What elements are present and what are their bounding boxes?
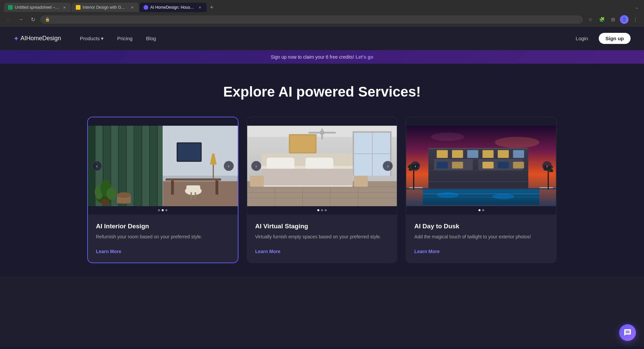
card-interior-design: ‹ › AI Interior Design Refurnish your ro… [87,117,238,263]
logo-icon: ✦ [13,35,19,43]
nav-blog[interactable]: Blog [141,33,161,44]
nav-pricing-label: Pricing [117,36,132,41]
svg-rect-69 [428,181,528,182]
dot-3 [165,209,167,211]
address-input[interactable]: aihomedesign.com [53,17,578,22]
carousel-dots-staging [317,209,327,211]
svg-rect-7 [135,126,142,206]
nav-products[interactable]: Products ▾ [74,33,109,44]
svg-rect-76 [498,150,509,158]
card-day-to-dusk: ‹ › AI Day to Dusk Add the magical touch… [406,117,557,263]
profile-avatar[interactable]: 👤 [620,15,629,24]
carousel-dots-interior [158,209,167,211]
learn-more-dusk[interactable]: Learn More [414,249,439,254]
svg-rect-60 [250,176,264,187]
svg-rect-66 [428,148,528,149]
tab-title-aihomedesign: AI HomeDesign: House Desig... [150,5,195,10]
tab-title-interior: Interior Design with Genera... [83,5,127,10]
tab-icon-sheets [8,5,13,10]
banner-cta[interactable]: Let's go [356,54,373,60]
svg-rect-74 [467,150,478,158]
tab-spreadsheet[interactable]: Untitled spreadsheet – Goo... ✕ [4,3,71,12]
dot-2 [162,209,164,211]
close-tab-aihomedesign[interactable]: ✕ [197,5,203,10]
tab-title-spreadsheet: Untitled spreadsheet – Goo... [15,5,60,10]
nav-blog-label: Blog [146,36,156,41]
card-desc-staging: Virtually furnish empty spaces based on … [255,233,389,240]
day-to-dusk-scene [406,117,556,215]
extensions-button[interactable]: 🧩 [597,15,606,24]
svg-rect-82 [513,162,524,169]
back-button[interactable]: ← [4,15,13,24]
svg-rect-38 [321,128,323,139]
cards-grid: ‹ › AI Interior Design Refurnish your ro… [87,117,557,263]
svg-rect-23 [213,165,214,180]
tab-interior[interactable]: Interior Design with Genera... ✕ [72,3,139,12]
forward-button[interactable]: → [16,15,25,24]
split-screen-button[interactable]: ⊟ [608,15,618,24]
browser-tabs: Untitled spreadsheet – Goo... ✕ Interior… [4,3,640,12]
svg-rect-79 [452,162,463,169]
close-tab-spreadsheet[interactable]: ✕ [62,5,67,10]
svg-rect-20 [195,192,196,199]
tab-icon-aihomedesign [144,5,148,10]
card-image-interior: ‹ › [88,117,238,215]
svg-point-86 [437,192,459,198]
svg-rect-57 [261,169,353,185]
browser-chrome: Untitled spreadsheet – Goo... ✕ Interior… [0,0,644,27]
address-bar: 🔒 aihomedesign.com [40,15,583,24]
svg-rect-9 [150,126,157,206]
svg-point-32 [117,192,131,198]
logo-text: AIHomeDesign [20,35,61,42]
svg-rect-90 [406,188,556,189]
site-nav: ✦ AIHomeDesign Products ▾ Pricing Blog L… [0,27,644,50]
tab-overflow-button[interactable]: ⌄ [634,4,640,11]
reload-button[interactable]: ↻ [28,15,38,24]
new-tab-button[interactable]: + [207,3,216,12]
site-logo[interactable]: ✦ AIHomeDesign [13,35,61,43]
carousel-prev-interior[interactable]: ‹ [92,161,102,171]
bookmark-button[interactable]: ☆ [586,15,595,24]
svg-point-87 [492,194,515,199]
learn-more-interior[interactable]: Learn More [96,249,121,254]
carousel-prev-dusk[interactable]: ‹ [410,161,420,171]
svg-rect-72 [437,150,448,158]
svg-rect-18 [186,185,200,192]
svg-point-28 [106,188,116,200]
login-button[interactable]: Login [569,33,595,44]
learn-more-staging[interactable]: Learn More [255,249,280,254]
nav-actions: Login Sign up [569,33,631,44]
dot-1 [158,209,160,211]
svg-rect-13 [163,181,237,206]
close-tab-interior[interactable]: ✕ [129,5,135,10]
svg-rect-19 [191,192,192,199]
carousel-next-interior[interactable]: › [224,161,234,171]
svg-rect-10 [158,126,163,206]
browser-toolbar: ← → ↻ 🔒 aihomedesign.com ☆ 🧩 ⊟ 👤 ⋮ [4,15,640,24]
dot-s3 [325,209,327,211]
chat-widget[interactable] [619,324,636,341]
card-desc-dusk: Add the magical touch of twilight to you… [414,233,548,240]
dot-s1 [317,209,319,211]
svg-rect-61 [354,176,368,187]
svg-rect-15 [171,181,174,194]
carousel-next-staging[interactable]: › [383,161,393,171]
nav-links: Products ▾ Pricing Blog [74,33,569,44]
nav-pricing[interactable]: Pricing [112,33,138,44]
tab-aihomedesign[interactable]: AI HomeDesign: House Desig... ✕ [140,3,207,12]
svg-rect-16 [215,181,218,194]
svg-rect-59 [290,135,315,152]
card-desc-interior: Refurnish your room based on your prefer… [96,233,230,240]
signup-button[interactable]: Sign up [599,33,631,44]
svg-rect-68 [428,170,528,171]
carousel-next-dusk[interactable]: › [542,161,552,171]
section-title: Explore AI powered Services! [13,84,631,100]
dot-s2 [321,209,323,211]
logo-brand: AI [20,35,26,42]
menu-button[interactable]: ⋮ [631,15,640,24]
card-image-dusk: ‹ › [406,117,556,215]
card-title-staging: AI Virtual Staging [255,223,389,230]
svg-rect-73 [452,150,463,158]
carousel-prev-staging[interactable]: ‹ [251,161,261,171]
svg-rect-81 [498,162,509,169]
